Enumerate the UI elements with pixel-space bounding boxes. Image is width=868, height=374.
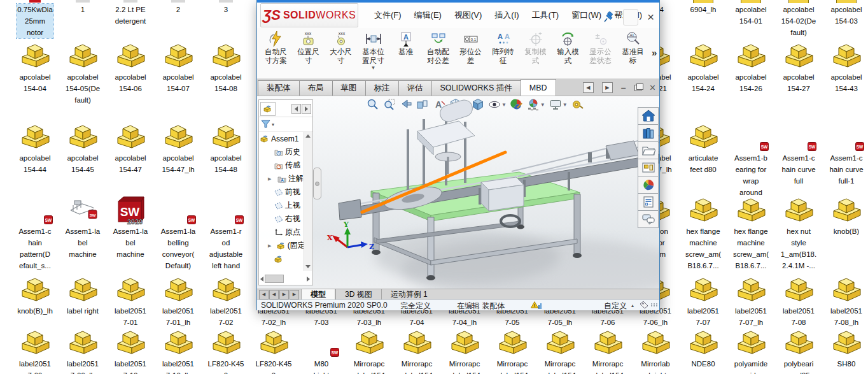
- rebuild-warning-icon[interactable]: !: [531, 301, 542, 310]
- titlebar[interactable]: ƷS SOLIDWORKS 文件(F)编辑(E)视图(V)插入(I)工具(T)窗…: [257, 3, 659, 28]
- command-tab[interactable]: 装配体: [258, 80, 300, 96]
- heads-up-button[interactable]: ▼: [527, 98, 545, 111]
- menu-item[interactable]: 编辑(E): [409, 7, 447, 24]
- chevron-down-icon[interactable]: ▼: [563, 102, 568, 108]
- heads-up-button[interactable]: ▼: [549, 98, 568, 111]
- task-pane-button[interactable]: [638, 193, 659, 211]
- desktop-icon[interactable]: 2: [155, 0, 202, 15]
- heads-up-button[interactable]: [571, 98, 584, 111]
- menu-item[interactable]: 文件(F): [368, 7, 407, 24]
- command-tab[interactable]: SOLIDWORKS 插件: [431, 80, 521, 96]
- desktop-icon[interactable]: Mirrorapc olabel154: [536, 326, 584, 374]
- tree-item[interactable]: Assem1: [259, 132, 304, 145]
- tree-filter[interactable]: ▾: [259, 117, 312, 132]
- panel-splitter[interactable]: [313, 168, 321, 199]
- minimize-icon[interactable]: –: [621, 86, 626, 90]
- desktop-icon[interactable]: Mirrorlab el right: [632, 326, 679, 374]
- desktop-icon[interactable]: apcolabel 154-45: [59, 120, 106, 175]
- desktop-icon[interactable]: NDE80: [680, 326, 727, 370]
- desktop-icon[interactable]: apcolabel 154-05(De fault): [59, 40, 106, 106]
- toolbar-button[interactable]: ± 显示公 差状态: [584, 29, 617, 70]
- hidden-title-button[interactable]: [623, 9, 638, 25]
- chevron-down-icon[interactable]: ▼: [501, 102, 507, 108]
- desktop-icon[interactable]: label2051 7-01_lh: [155, 273, 202, 328]
- task-pane-button[interactable]: [638, 159, 659, 176]
- tree-item[interactable]: ▶ 右视: [259, 212, 304, 226]
- tab-scroll-button[interactable]: ◀: [269, 290, 279, 299]
- desktop-icon[interactable]: label2051 7-08: [775, 273, 822, 328]
- expand-arrow-icon[interactable]: ▶: [268, 176, 272, 182]
- close-icon[interactable]: ×: [647, 11, 654, 23]
- tree-item[interactable]: ▶ ▶ A 注解: [259, 172, 304, 185]
- command-tab[interactable]: 标注: [365, 80, 399, 96]
- desktop-icon[interactable]: Mirrorapc olabel154: [393, 326, 440, 374]
- heads-up-button[interactable]: [416, 98, 429, 111]
- menu-item[interactable]: 窗口(W): [566, 7, 607, 24]
- toolbar-button[interactable]: A 基准: [389, 29, 422, 70]
- desktop-icon[interactable]: 2.2 Lt PE detergent: [107, 0, 154, 27]
- heads-up-button[interactable]: [510, 98, 523, 111]
- tab-scroll-button[interactable]: ◀: [259, 290, 269, 299]
- collapse-left-icon[interactable]: ◀: [583, 82, 594, 93]
- command-tab[interactable]: MBD: [521, 79, 556, 96]
- toolbar-button[interactable]: xxx 位置尺 寸: [292, 29, 325, 70]
- heads-up-button[interactable]: [400, 98, 412, 111]
- heads-up-button[interactable]: [367, 98, 379, 111]
- desktop-icon[interactable]: SW Assem1-b earing for wrap around: [727, 120, 774, 198]
- scrollbar-thumb[interactable]: [265, 275, 284, 283]
- desktop-icon[interactable]: polybeari ng d85: [775, 326, 822, 374]
- desktop-icon[interactable]: hex flange machine screw_am( B18.6.7...: [680, 194, 727, 271]
- toolbar-button[interactable]: 基本位 置尺寸 ▾: [357, 29, 389, 70]
- chevron-down-icon[interactable]: ▼: [463, 102, 468, 108]
- menu-item[interactable]: 视图(V): [449, 7, 487, 24]
- desktop-icon[interactable]: Mirrorapc olabel154: [584, 326, 631, 374]
- desktop-icon[interactable]: apcolabel 154-43: [823, 40, 868, 94]
- scroll-right-icon[interactable]: [307, 277, 310, 282]
- desktop-icon[interactable]: Mirrorapc olabel154: [346, 326, 393, 374]
- toolbar-button[interactable]: 0.1 形位公 差: [454, 29, 487, 70]
- toolbar-button[interactable]: 自动配 对公差: [422, 29, 454, 70]
- desktop-icon[interactable]: SH80: [823, 326, 868, 370]
- tree-item[interactable]: ▶ ▶ (固定: [259, 239, 304, 252]
- tab-scroll-button[interactable]: ▶: [279, 290, 289, 299]
- desktop-icon[interactable]: LF820-K45 0: [202, 326, 249, 374]
- chevron-down-icon[interactable]: ▾: [372, 65, 375, 70]
- restore-icon[interactable]: [634, 85, 641, 91]
- document-tab[interactable]: 运动算例 1: [381, 289, 437, 299]
- desktop-icon[interactable]: label2051 7-09: [11, 326, 59, 374]
- toolbar-button[interactable]: A1 基准目 标: [617, 29, 649, 70]
- desktop-icon[interactable]: label2051 7-02: [202, 273, 249, 328]
- menu-item[interactable]: 工具(T): [526, 7, 565, 24]
- desktop-icon[interactable]: apcolabel 154-44: [11, 120, 59, 175]
- desktop-icon[interactable]: SW 2020 Assem1-la bel machine: [107, 194, 154, 260]
- toolbar-overflow-chevron[interactable]: »: [652, 47, 657, 58]
- pin-icon[interactable]: [604, 11, 614, 23]
- toolbar-button[interactable]: A A 阵列特 征: [487, 29, 519, 70]
- tree-item[interactable]: ▶ 原点: [259, 226, 304, 239]
- tag-icon[interactable]: [640, 301, 649, 309]
- tree-item[interactable]: ▶ 历史: [259, 145, 304, 159]
- desktop-icon[interactable]: knob(B)_lh: [11, 273, 59, 317]
- collapse-right-icon[interactable]: ▶: [602, 82, 613, 93]
- desktop-icon[interactable]: apcolabel 154-01: [727, 0, 774, 27]
- desktop-icon[interactable]: label2051 7-07_lh: [727, 273, 774, 328]
- command-tab[interactable]: 草图: [332, 80, 366, 96]
- heads-up-button[interactable]: [383, 98, 396, 111]
- scroll-right-icon[interactable]: [302, 104, 311, 114]
- chevron-down-icon[interactable]: ▼: [540, 102, 545, 108]
- task-pane-button[interactable]: [638, 176, 659, 194]
- document-tab[interactable]: 模型: [301, 289, 335, 299]
- custom-toolbar-label[interactable]: 自定义: [604, 301, 627, 312]
- task-pane-button[interactable]: [638, 210, 659, 228]
- document-tab[interactable]: 3D 视图: [335, 289, 381, 299]
- task-pane-button[interactable]: [638, 107, 659, 125]
- scroll-left-icon[interactable]: [291, 104, 301, 114]
- desktop-icon[interactable]: apcolabel 154-24: [680, 40, 727, 94]
- feature-tree-tab[interactable]: [260, 102, 276, 116]
- desktop-icon[interactable]: label2051 7-01: [107, 273, 154, 328]
- scroll-up-icon[interactable]: [304, 132, 312, 140]
- desktop-icon[interactable]: hex flange machine screw_am( B18.6.7...: [727, 194, 774, 271]
- tree-horizontal-scrollbar[interactable]: [260, 275, 311, 283]
- desktop-icon[interactable]: hex nut style 1_am(B18. 2.4.1M -...: [775, 194, 822, 271]
- heads-up-button[interactable]: ▼: [449, 98, 468, 111]
